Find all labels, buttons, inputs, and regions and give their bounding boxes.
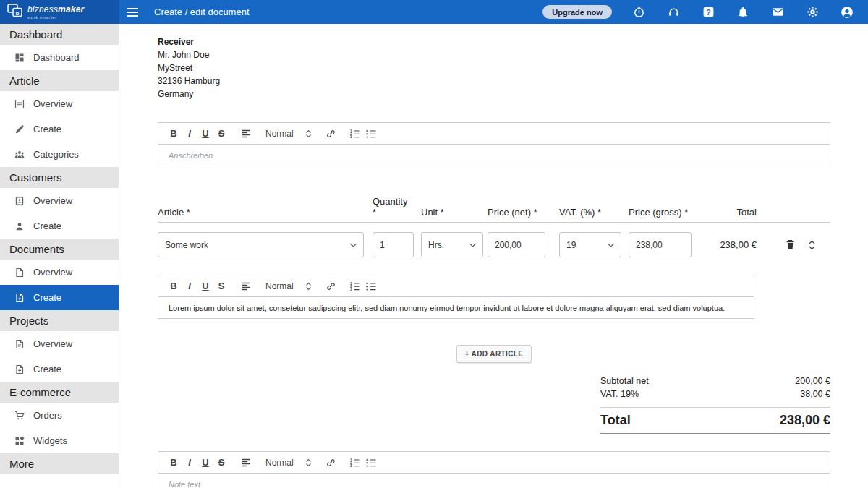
bullet-list-button[interactable]: [364, 278, 380, 294]
subtotal-label: Subtotal net: [600, 374, 649, 388]
account-icon[interactable]: [839, 4, 855, 20]
sidebar-section-projects: Projects: [0, 310, 119, 331]
cover-letter-textarea[interactable]: Anschreiben: [158, 145, 830, 166]
underline-button[interactable]: U: [197, 455, 213, 471]
link-button[interactable]: [323, 455, 339, 471]
reorder-row-handle[interactable]: [808, 240, 816, 250]
note-textarea[interactable]: Note text: [158, 474, 830, 488]
sidebar-item-projects-overview[interactable]: Overview: [0, 331, 119, 356]
sidebar-section-ecommerce: E-commerce: [0, 382, 119, 403]
delete-row-button[interactable]: [786, 239, 795, 250]
sidebar-item-article-overview[interactable]: Overview: [0, 91, 119, 116]
upgrade-button[interactable]: Upgrade now: [542, 5, 612, 19]
unit-select[interactable]: Hrs.: [421, 232, 483, 257]
vat-select[interactable]: 19: [559, 232, 621, 257]
header-price-net: Price (net) *: [488, 207, 545, 218]
underline-button[interactable]: U: [197, 126, 213, 142]
bold-button[interactable]: B: [166, 455, 182, 471]
add-article-label: ADD ARTICLE: [469, 350, 524, 358]
article-select-value: Some work: [165, 240, 208, 250]
support-headset-icon[interactable]: [665, 4, 681, 20]
article-description-textarea[interactable]: Lorem ipsum dolor sit amet, consetetur s…: [158, 297, 754, 319]
help-icon[interactable]: ?: [700, 4, 716, 20]
bullet-list-button[interactable]: [364, 455, 380, 471]
sidebar-item-dashboard[interactable]: Dashboard: [0, 45, 119, 70]
header-vat: VAT. (%) *: [559, 207, 621, 218]
ordered-list-button[interactable]: 123: [348, 455, 364, 471]
sidebar-item-label: Orders: [33, 410, 62, 421]
unit-select-value: Hrs.: [428, 240, 444, 250]
page-title: Create / edit document: [154, 7, 250, 17]
price-net-input[interactable]: [488, 232, 545, 257]
quantity-input[interactable]: [373, 232, 414, 257]
total-value: 238,00 €: [780, 414, 830, 427]
ordered-list-button[interactable]: 123: [348, 126, 364, 142]
strike-button[interactable]: S: [213, 278, 229, 294]
sidebar-item-widgets[interactable]: Widgets: [0, 428, 119, 453]
sidebar-item-customers-create[interactable]: Create: [0, 213, 119, 239]
format-label: Normal: [265, 458, 294, 468]
mail-icon[interactable]: [770, 4, 786, 20]
dashboard-icon: [14, 53, 25, 63]
align-button[interactable]: [238, 455, 254, 471]
document-form: Receiver Mr. John Doe MyStreet 32136 Ham…: [119, 24, 868, 488]
row-total: 238,00 €: [692, 239, 757, 250]
format-select[interactable]: Normal: [263, 129, 315, 139]
format-select[interactable]: Normal: [263, 458, 315, 468]
article-table-header: Article * Quantity * Unit * Price (net) …: [158, 207, 830, 223]
sidebar-item-orders[interactable]: Orders: [0, 403, 119, 428]
sidebar-item-article-create[interactable]: Create: [0, 116, 119, 142]
bold-button[interactable]: B: [166, 126, 182, 142]
link-button[interactable]: [323, 278, 339, 294]
sidebar-item-documents-create[interactable]: Create: [0, 285, 119, 310]
sidebar-item-projects-create[interactable]: Create: [0, 356, 119, 382]
align-button[interactable]: [238, 126, 254, 142]
underline-button[interactable]: U: [197, 278, 213, 294]
receiver-country: Germany: [158, 87, 830, 100]
ordered-list-button[interactable]: 123: [348, 278, 364, 294]
description-editor-toolbar: B I U S Normal 123: [158, 275, 754, 297]
bold-button[interactable]: B: [166, 278, 182, 294]
italic-button[interactable]: I: [182, 278, 197, 294]
bullet-list-button[interactable]: [364, 126, 380, 142]
notifications-bell-icon[interactable]: [735, 4, 751, 20]
article-list-icon: [14, 99, 25, 109]
sidebar-item-documents-overview[interactable]: Overview: [0, 260, 119, 285]
header-price-gross: Price (gross) *: [629, 207, 692, 218]
format-label: Normal: [265, 129, 294, 139]
svg-text:3: 3: [350, 464, 352, 468]
article-description-text: Lorem ipsum dolor sit amet, consetetur s…: [169, 304, 725, 312]
settings-gear-icon[interactable]: [804, 4, 820, 20]
article-select[interactable]: Some work: [158, 232, 364, 257]
brand-name: biznessmaker: [27, 5, 84, 14]
link-button[interactable]: [323, 126, 339, 142]
person-icon: [14, 221, 25, 231]
widgets-icon: [14, 436, 25, 446]
format-select[interactable]: Normal: [263, 281, 315, 291]
strike-button[interactable]: S: [213, 455, 229, 471]
sidebar-item-article-categories[interactable]: Categories: [0, 142, 119, 167]
italic-button[interactable]: I: [182, 455, 197, 471]
svg-text:b: b: [16, 10, 20, 17]
menu-button[interactable]: [119, 0, 145, 24]
chevron-down-icon: [350, 243, 357, 247]
add-article-button[interactable]: + ADD ARTICLE: [456, 345, 532, 363]
note-placeholder: Note text: [169, 480, 200, 488]
sidebar-section-more: More: [0, 453, 119, 474]
italic-button[interactable]: I: [182, 126, 197, 142]
sidebar-item-customers-overview[interactable]: Overview: [0, 188, 119, 213]
chevron-down-icon: [608, 243, 614, 247]
strike-button[interactable]: S: [213, 126, 229, 142]
header-quantity: Quantity *: [373, 196, 414, 218]
svg-text:3: 3: [350, 288, 352, 291]
align-button[interactable]: [238, 278, 254, 294]
receiver-block: Receiver Mr. John Doe MyStreet 32136 Ham…: [158, 35, 830, 100]
topbar-actions: Upgrade now ?: [542, 4, 868, 20]
format-label: Normal: [265, 281, 294, 291]
updown-caret-icon: [305, 282, 312, 291]
pencil-icon: [14, 124, 25, 134]
totals-block: Subtotal net 200,00 € VAT. 19% 38,00 € T…: [600, 374, 830, 434]
timer-icon[interactable]: [631, 4, 647, 20]
price-gross-input[interactable]: [629, 232, 692, 257]
sidebar-item-label: Create: [33, 364, 61, 374]
